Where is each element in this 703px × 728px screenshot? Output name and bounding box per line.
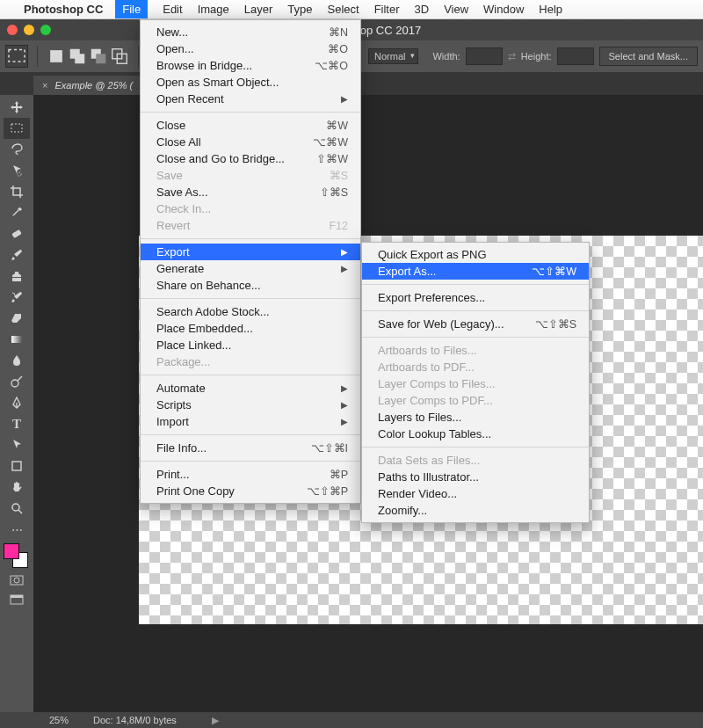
doc-size-readout[interactable]: Doc: 14,8M/0 bytes <box>93 715 177 725</box>
edit-toolbar-icon[interactable]: ⋯ <box>4 521 30 538</box>
tool-zoom[interactable] <box>4 498 30 519</box>
export-menu-item-export-as[interactable]: Export As...⌥⇧⌘W <box>362 263 589 280</box>
mac-menu-filter[interactable]: Filter <box>374 3 400 16</box>
export-menu-item-save-for-web-legacy[interactable]: Save for Web (Legacy)...⌥⇧⌘S <box>362 316 589 332</box>
zoom-window-button[interactable] <box>40 25 51 35</box>
tool-move[interactable] <box>4 97 30 118</box>
tool-gradient[interactable] <box>4 329 30 350</box>
tool-history-brush[interactable] <box>4 287 30 308</box>
export-menu-item-render-video[interactable]: Render Video... <box>362 485 589 502</box>
tool-brush[interactable] <box>4 244 30 266</box>
file-menu-item-place-embedded[interactable]: Place Embedded... <box>141 320 360 337</box>
tool-shape[interactable] <box>4 455 30 477</box>
menu-item-label: Close and Go to Bridge... <box>156 152 290 165</box>
height-input[interactable] <box>557 47 594 65</box>
tool-lasso[interactable] <box>4 139 30 160</box>
menu-item-label: Browse in Bridge... <box>156 59 288 72</box>
tool-eraser[interactable] <box>4 308 30 329</box>
file-menu-item-new[interactable]: New...⌘N <box>141 24 360 40</box>
tool-hand[interactable] <box>4 477 30 498</box>
selection-new-icon[interactable] <box>47 47 66 66</box>
menu-item-label: Place Linked... <box>156 339 348 352</box>
export-menu-item-quick-export-as-png[interactable]: Quick Export as PNG <box>362 246 589 263</box>
active-tool-indicator[interactable] <box>5 45 28 68</box>
export-menu-item-layers-to-files[interactable]: Layers to Files... <box>362 409 589 426</box>
menu-item-label: Zoomify... <box>378 504 576 517</box>
menu-item-label: Open Recent <box>156 92 315 106</box>
foreground-color-swatch[interactable] <box>4 543 19 559</box>
tool-type[interactable]: T <box>4 413 30 434</box>
mac-menu-3d[interactable]: 3D <box>415 3 430 16</box>
mac-menu-help[interactable]: Help <box>539 3 562 16</box>
file-menu-item-close-and-go-to-bridge[interactable]: Close and Go to Bridge...⇧⌘W <box>141 150 360 167</box>
mac-menu-layer[interactable]: Layer <box>244 3 273 16</box>
close-tab-icon[interactable]: × <box>42 80 47 91</box>
width-input[interactable] <box>466 47 503 65</box>
tool-blur[interactable] <box>4 350 30 371</box>
mac-menu-file[interactable]: File <box>115 0 148 18</box>
zoom-readout[interactable]: 25% <box>49 715 69 725</box>
menu-item-label: Print... <box>156 468 303 481</box>
file-menu-item-share-on-behance[interactable]: Share on Behance... <box>141 277 360 294</box>
file-menu-item-close[interactable]: Close⌘W <box>141 117 360 134</box>
swap-dims-icon[interactable]: ⇄ <box>508 51 516 62</box>
svg-rect-3 <box>75 54 84 63</box>
file-menu-item-place-linked[interactable]: Place Linked... <box>141 337 360 353</box>
selection-subtract-icon[interactable] <box>89 47 108 66</box>
file-menu-item-close-all[interactable]: Close All⌥⌘W <box>141 134 360 150</box>
tool-clone[interactable] <box>4 266 30 287</box>
mac-menu-edit[interactable]: Edit <box>163 3 182 16</box>
quickmask-icon[interactable] <box>4 571 30 589</box>
file-menu-item-export[interactable]: Export▶ <box>141 244 360 260</box>
mac-app-name[interactable]: Photoshop CC <box>24 3 103 16</box>
file-menu-item-save-as[interactable]: Save As...⇧⌘S <box>141 184 360 200</box>
menu-item-label: Import <box>156 415 315 428</box>
file-menu-item-print-one-copy[interactable]: Print One Copy⌥⇧⌘P <box>141 483 360 499</box>
file-menu-item-open-as-smart-object[interactable]: Open as Smart Object... <box>141 74 360 91</box>
screenmode-icon[interactable] <box>4 591 30 608</box>
select-and-mask-button[interactable]: Select and Mask... <box>599 47 699 66</box>
tool-pen[interactable] <box>4 392 30 413</box>
close-window-button[interactable] <box>7 25 18 35</box>
file-menu-item-print[interactable]: Print...⌘P <box>141 466 360 483</box>
file-menu-item-file-info[interactable]: File Info...⌥⇧⌘I <box>141 440 360 456</box>
file-menu-item-open[interactable]: Open...⌘O <box>141 40 360 57</box>
color-swatches[interactable] <box>4 543 30 570</box>
tool-path-select[interactable] <box>4 434 30 455</box>
tool-eyedropper[interactable] <box>4 202 30 223</box>
tool-marquee[interactable] <box>4 118 30 139</box>
status-menu-icon[interactable]: ▶ <box>212 715 219 726</box>
tool-healing[interactable] <box>4 223 30 244</box>
file-menu-item-open-recent[interactable]: Open Recent▶ <box>141 91 360 107</box>
blend-mode-select[interactable]: Normal <box>368 48 418 64</box>
mac-menu-type[interactable]: Type <box>287 3 312 16</box>
mac-menu-window[interactable]: Window <box>483 3 524 16</box>
file-menu-item-scripts[interactable]: Scripts▶ <box>141 397 360 413</box>
export-menu-item-export-preferences[interactable]: Export Preferences... <box>362 289 589 306</box>
shortcut-label: ⌥⇧⌘I <box>311 441 348 455</box>
document-tab[interactable]: × Example @ 25% ( <box>33 76 145 95</box>
selection-add-icon[interactable] <box>68 47 87 66</box>
export-menu-item-color-lookup-tables[interactable]: Color Lookup Tables... <box>362 426 589 442</box>
file-menu-item-import[interactable]: Import▶ <box>141 413 360 430</box>
tool-crop[interactable] <box>4 181 30 202</box>
file-menu-item-browse-in-bridge[interactable]: Browse in Bridge...⌥⌘O <box>141 57 360 74</box>
shortcut-label: ⇧⌘S <box>320 186 348 199</box>
shortcut-label: ⌘S <box>330 169 348 182</box>
mac-menu-image[interactable]: Image <box>198 3 229 16</box>
menu-item-label: Layers to Files... <box>378 411 576 424</box>
svg-rect-5 <box>96 54 105 63</box>
submenu-arrow-icon: ▶ <box>341 383 348 393</box>
export-menu-item-paths-to-illustrator[interactable]: Paths to Illustrator... <box>362 469 589 485</box>
mac-menu-view[interactable]: View <box>444 3 468 16</box>
tool-dodge[interactable] <box>4 371 30 392</box>
mac-menu-select[interactable]: Select <box>327 3 359 16</box>
minimize-window-button[interactable] <box>24 25 34 35</box>
selection-intersect-icon[interactable] <box>110 47 129 66</box>
file-menu-item-search-adobe-stock[interactable]: Search Adobe Stock... <box>141 303 360 320</box>
file-menu-item-automate[interactable]: Automate▶ <box>141 380 360 397</box>
export-menu-item-zoomify[interactable]: Zoomify... <box>362 502 589 519</box>
tool-quick-select[interactable] <box>4 160 30 181</box>
file-menu-item-generate[interactable]: Generate▶ <box>141 260 360 277</box>
shortcut-label: ⌘O <box>328 42 348 55</box>
